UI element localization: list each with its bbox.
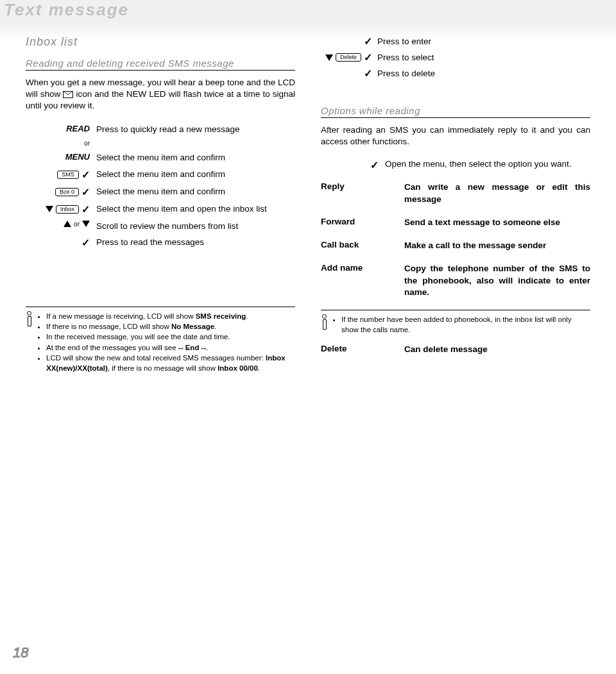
note-5: LCD will show the new and total received… (46, 353, 295, 373)
key-read: READ (66, 124, 90, 133)
label-press-enter: Press to enter (377, 37, 431, 46)
note-1-post: . (246, 312, 248, 320)
divider (26, 307, 295, 307)
opt-val-reply: Can write a new message or edit this mes… (404, 181, 590, 205)
right-column: ✓ Press to enter Delete ✓ Press to selec… (321, 35, 590, 636)
note-2-post: . (214, 323, 216, 330)
label-or-2: or (74, 221, 80, 228)
opt-forward: Forward Send a text message to someone e… (321, 217, 590, 228)
note-2-bold: No Message (171, 323, 214, 330)
right-note-block: If the number have been added to phonebo… (321, 314, 590, 335)
note-1: If a new message is receiving, LCD will … (46, 311, 295, 321)
steps-list: READ Press to quickly read a new message… (26, 124, 295, 249)
opt-delete: Delete Can delete message (321, 344, 590, 355)
heading-inbox-list: Inbox list (26, 35, 295, 49)
step-scroll: or Scroll to review the numbers from lis… (26, 221, 295, 232)
label-press-delete: Press to delete (377, 69, 435, 78)
page-number: 18 (13, 645, 28, 661)
check-icon: ✓ (370, 159, 379, 171)
note-4-pre: At the end of the messages you will see (46, 344, 178, 351)
check-icon: ✓ (81, 186, 90, 198)
key-menu: MENU (65, 152, 90, 162)
desc-scroll: Scroll to review the numbers from list (96, 221, 295, 232)
desc-menu: Select the menu item and confirm (96, 152, 295, 164)
opt-addname: Add name Copy the telephone number of th… (321, 263, 590, 298)
left-column: Inbox list Reading and deleting received… (26, 35, 295, 636)
check-icon: ✓ (364, 67, 372, 80)
note-4-post: . (206, 344, 208, 351)
check-icon: ✓ (81, 169, 90, 181)
opt-key-callback: Call back (321, 240, 391, 251)
row-delete: ✓ Press to delete (321, 67, 590, 80)
desc-inbox: Select the menu item and open the inbox … (96, 203, 295, 215)
note-5-pre: LCD will show the new and total received… (46, 354, 266, 362)
check-icon: ✓ (364, 35, 372, 47)
page-body: Inbox list Reading and deleting received… (26, 35, 590, 636)
note-2: If there is no message, LCD will show No… (46, 321, 295, 332)
note-5-bold2: Inbox 00/00 (218, 364, 258, 372)
opt-val-addname: Copy the telephone number of the SMS to … (404, 263, 590, 298)
desc-box0: Select the menu item and confirm (96, 186, 295, 198)
opt-val-forward: Send a text message to someone else (404, 217, 590, 228)
triangle-down-icon (82, 221, 90, 227)
info-icon (26, 311, 32, 326)
note-5-post: . (258, 364, 260, 372)
step-menu: MENU Select the menu item and confirm (26, 152, 295, 164)
row-enter: ✓ Press to enter (321, 35, 590, 47)
options-intro: After reading an SMS you can immediately… (321, 124, 590, 147)
triangle-down-icon (46, 206, 53, 212)
step-box0: Box 0 ✓ Select the menu item and confirm (26, 186, 295, 198)
info-icon (321, 314, 327, 330)
note-1-pre: If a new message is receiving, LCD will … (46, 312, 196, 320)
opt-val-callback: Make a call to the message sender (404, 240, 590, 251)
opt-key-delete: Delete (321, 344, 391, 355)
notes-block: If a new message is receiving, LCD will … (26, 311, 295, 373)
note-2-pre: If there is no message, LCD will show (46, 323, 171, 330)
notes-list: If a new message is receiving, LCD will … (37, 311, 295, 373)
heading-options: Options while reading (321, 105, 590, 118)
opt-callback: Call back Make a call to the message sen… (321, 240, 590, 251)
triangle-down-icon (325, 55, 333, 61)
note-4: At the end of the messages you will see … (46, 342, 295, 353)
heading-reading-deleting: Reading and deleting received SMS messag… (26, 58, 295, 71)
desc-read: Press to quickly read a new message (96, 124, 295, 135)
opt-key-reply: Reply (321, 181, 391, 205)
open-menu-line: ✓ Open the menu, then select the option … (321, 159, 590, 171)
opt-reply: Reply Can write a new message or edit th… (321, 181, 590, 205)
right-note-1: If the number have been added to phonebo… (341, 314, 590, 335)
row-select: Delete ✓ Press to select (321, 51, 590, 63)
options-table: Reply Can write a new message or edit th… (321, 181, 590, 298)
step-read: READ Press to quickly read a new message (26, 124, 295, 135)
pill-sms: SMS (57, 171, 79, 179)
opt-key-addname: Add name (321, 263, 391, 298)
label-press-select: Press to select (377, 53, 434, 62)
desc-press: Press to read the messages (96, 237, 295, 248)
divider (321, 310, 590, 310)
check-icon: ✓ (81, 203, 90, 215)
check-icon: ✓ (81, 237, 90, 249)
label-or-1: or (84, 140, 90, 147)
step-or1: or (26, 140, 295, 147)
right-notes-list: If the number have been added to phonebo… (332, 314, 590, 335)
check-icon: ✓ (364, 51, 372, 63)
step-press: ✓ Press to read the messages (26, 237, 295, 249)
opt-val-delete: Can delete message (404, 344, 590, 355)
right-top-actions: ✓ Press to enter Delete ✓ Press to selec… (321, 35, 590, 80)
pill-inbox: Inbox (56, 205, 79, 214)
triangle-up-icon (64, 221, 71, 227)
note-4-bold: -- End -- (178, 344, 206, 351)
step-sms: SMS ✓ Select the menu item and confirm (26, 169, 295, 181)
note-3: In the received message, you will see th… (46, 332, 295, 342)
pill-delete: Delete (336, 53, 361, 62)
desc-open-menu: Open the menu, then select the option yo… (385, 159, 590, 169)
desc-sms: Select the menu item and confirm (96, 169, 295, 180)
envelope-icon (63, 91, 73, 98)
page-banner: Text message (0, 0, 616, 23)
note-1-bold: SMS receiving (196, 312, 246, 320)
opt-key-forward: Forward (321, 217, 391, 228)
pill-box0: Box 0 (55, 188, 79, 196)
step-inbox: Inbox ✓ Select the menu item and open th… (26, 203, 295, 215)
options-table-2: Delete Can delete message (321, 344, 590, 355)
intro-paragraph: When you get a new message, you will hea… (26, 77, 295, 112)
note-5-mid: , if there is no message will show (108, 364, 218, 372)
